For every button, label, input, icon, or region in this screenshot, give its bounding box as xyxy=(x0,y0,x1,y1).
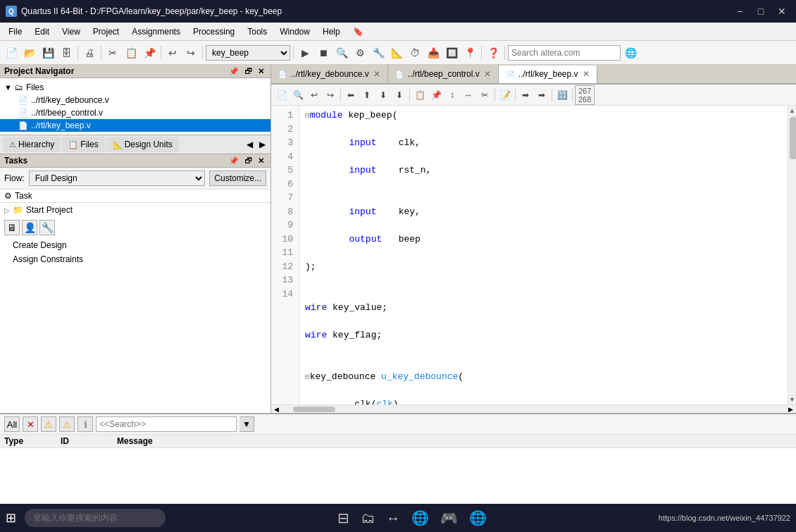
etb-btn-1[interactable]: 📄 xyxy=(274,87,290,103)
taskbar-search-input[interactable] xyxy=(25,509,166,527)
editor-tab-2[interactable]: 📄 ../rtl/key_beep.v ✕ xyxy=(499,66,597,84)
redo-button[interactable]: ↪ xyxy=(182,44,199,61)
etb-btn-4[interactable]: ↪ xyxy=(323,87,338,103)
files-folder[interactable]: ▼ 🗂 Files xyxy=(0,81,270,94)
taskbar-icon-cortana[interactable]: ⊟ xyxy=(337,509,349,526)
etb-btn-7[interactable]: ⬇ xyxy=(375,87,391,103)
file-key-beep[interactable]: 📄 ../rtl/key_beep.v xyxy=(0,119,270,132)
menu-bookmark[interactable]: 🔖 xyxy=(347,25,369,38)
fit-button[interactable]: 🔧 xyxy=(370,44,387,61)
etb-btn-5[interactable]: ⬅ xyxy=(343,87,359,103)
taskbar-icon-transfer[interactable]: ↔ xyxy=(386,510,400,526)
rtl-button[interactable]: 🔲 xyxy=(443,44,460,61)
copy-button[interactable]: 📋 xyxy=(123,44,139,61)
etb-btn-14[interactable]: 📝 xyxy=(497,87,513,103)
taskbar-icon-files[interactable]: 🗂 xyxy=(361,510,375,526)
file-key-debounce[interactable]: 📄 ../rtl/key_debounce.v xyxy=(0,94,270,106)
task-icon-3[interactable]: 🔧 xyxy=(39,220,55,235)
filter-error-button[interactable]: ✕ xyxy=(23,416,38,432)
scroll-down-arrow[interactable]: ▼ xyxy=(789,396,795,403)
nav-arrow-right[interactable]: ▶ xyxy=(256,139,268,150)
tab-close-1[interactable]: ✕ xyxy=(484,69,491,79)
synth-button[interactable]: ⚙ xyxy=(352,44,368,61)
menu-view[interactable]: View xyxy=(56,25,86,38)
project-select[interactable]: key_beep xyxy=(206,45,290,61)
etb-btn-11[interactable]: ↕ xyxy=(444,87,460,103)
filter-warning-button[interactable]: ⚠ xyxy=(41,416,56,432)
file-beep-control[interactable]: 📄 ../rtl/beep_control.v xyxy=(0,106,270,119)
open-button[interactable]: 📂 xyxy=(21,44,38,61)
filter-all-button[interactable]: All xyxy=(4,416,20,432)
taskbar-icon-app2[interactable]: 🌐 xyxy=(469,509,487,526)
pin-button[interactable]: 📍 xyxy=(461,44,478,61)
tab-files[interactable]: 📋 Files xyxy=(62,137,104,152)
message-search-input[interactable] xyxy=(96,416,237,432)
etb-btn-15[interactable]: ➡ xyxy=(518,87,533,103)
menu-processing[interactable]: Processing xyxy=(187,25,240,38)
tab-close-2[interactable]: ✕ xyxy=(583,69,590,79)
paste-button[interactable]: 📌 xyxy=(141,44,158,61)
task-create-design[interactable]: Create Design xyxy=(0,238,270,252)
save-button[interactable]: 💾 xyxy=(39,44,56,61)
menu-tools[interactable]: Tools xyxy=(242,25,273,38)
message-search-button[interactable]: ▼ xyxy=(240,416,254,432)
nav-pin-button[interactable]: 📌 xyxy=(227,67,241,76)
save-all-button[interactable]: 🗄 xyxy=(58,44,75,61)
menu-assignments[interactable]: Assignments xyxy=(126,25,186,38)
customize-button[interactable]: Customize... xyxy=(209,171,266,186)
nav-arrow-left[interactable]: ◀ xyxy=(244,139,255,150)
tab-hierarchy[interactable]: ⚠ Hierarchy xyxy=(3,137,61,152)
tasks-pin-button[interactable]: 📌 xyxy=(227,156,241,166)
menu-window[interactable]: Window xyxy=(274,25,316,38)
timing-button[interactable]: ⏱ xyxy=(406,44,423,61)
scroll-thumb[interactable] xyxy=(790,117,796,159)
tab-close-0[interactable]: ✕ xyxy=(373,69,380,79)
etb-btn-6[interactable]: ⬆ xyxy=(359,87,375,103)
new-button[interactable]: 📄 xyxy=(3,44,20,61)
stop-button[interactable]: ⏹ xyxy=(315,44,332,61)
etb-btn-13[interactable]: ✂ xyxy=(477,87,492,103)
etb-btn-12[interactable]: ↔ xyxy=(461,87,476,103)
taskbar-icon-app1[interactable]: 🎮 xyxy=(440,509,458,526)
start-button[interactable]: ⊞ xyxy=(6,510,16,526)
etb-btn-8[interactable]: ⬇ xyxy=(392,87,407,103)
vertical-scrollbar[interactable]: ▲ ▼ xyxy=(788,106,796,404)
etb-btn-2[interactable]: 🔍 xyxy=(290,87,306,103)
menu-edit[interactable]: Edit xyxy=(29,25,55,38)
etb-btn-3[interactable]: ↩ xyxy=(306,87,322,103)
menu-help[interactable]: Help xyxy=(317,25,346,38)
flow-select[interactable]: Full Design xyxy=(29,171,206,186)
help-icon-btn[interactable]: ❓ xyxy=(485,44,502,61)
task-start-project[interactable]: ▷ 📁 Start Project xyxy=(0,203,270,217)
close-button[interactable]: ✕ xyxy=(773,3,790,20)
etb-btn-17[interactable]: 🔡 xyxy=(554,87,570,103)
hscroll-right-arrow[interactable]: ▶ xyxy=(788,406,793,413)
nav-restore-button[interactable]: 🗗 xyxy=(242,67,254,76)
etb-btn-16[interactable]: ➡ xyxy=(534,87,549,103)
compile-button[interactable]: ▶ xyxy=(297,44,313,61)
filter-note-button[interactable]: ℹ xyxy=(77,416,93,432)
hscroll-left-arrow[interactable]: ◀ xyxy=(274,406,279,413)
editor-tab-0[interactable]: 📄 ../rtl/key_debounce.v ✕ xyxy=(271,65,388,83)
menu-project[interactable]: Project xyxy=(87,25,125,38)
hscroll-thumb[interactable] xyxy=(293,407,335,412)
tasks-close-button[interactable]: ✕ xyxy=(256,156,266,166)
taskbar-icon-chrome[interactable]: 🌐 xyxy=(411,509,429,526)
etb-btn-9[interactable]: 📋 xyxy=(412,87,428,103)
menu-file[interactable]: File xyxy=(3,25,27,38)
code-hscroll[interactable]: ◀ ▶ xyxy=(271,404,796,413)
code-content[interactable]: ⊟module kep_beep( input clk, input rst_n… xyxy=(299,106,788,404)
print-button[interactable]: 🖨 xyxy=(81,44,98,61)
filter-info-button[interactable]: ⚠ xyxy=(59,416,75,432)
nav-close-button[interactable]: ✕ xyxy=(256,67,266,76)
tasks-restore-button[interactable]: 🗗 xyxy=(242,156,254,166)
program-button[interactable]: 📥 xyxy=(425,44,442,61)
task-icon-2[interactable]: 👤 xyxy=(22,220,37,235)
etb-btn-10[interactable]: 📌 xyxy=(428,87,444,103)
undo-button[interactable]: ↩ xyxy=(164,44,181,61)
altera-search-input[interactable] xyxy=(508,45,621,61)
task-icon-1[interactable]: 🖥 xyxy=(4,220,20,235)
analyze-button[interactable]: 🔍 xyxy=(333,44,350,61)
editor-tab-1[interactable]: 📄 ../rtl/beep_control.v ✕ xyxy=(388,65,499,83)
altera-search-button[interactable]: 🌐 xyxy=(622,44,639,61)
